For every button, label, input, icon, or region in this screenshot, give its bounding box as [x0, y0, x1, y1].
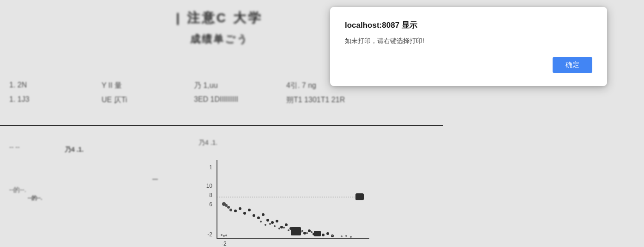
confirm-button[interactable]: 确定 [553, 57, 592, 73]
alert-dialog: localhost:8087 显示 如未打印，请右键选择打印! 确定 [330, 7, 607, 86]
dialog-title: localhost:8087 显示 [345, 20, 592, 31]
dialog-message: 如未打印，请右键选择打印! [345, 36, 592, 46]
dialog-footer: 确定 [345, 57, 592, 73]
